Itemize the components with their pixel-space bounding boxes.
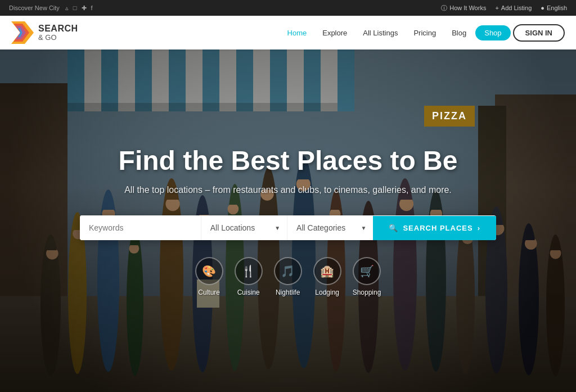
nightlife-icon: 🎵 <box>274 257 302 285</box>
add-listing-link[interactable]: + Add Listing <box>495 4 532 11</box>
hero-subtitle: All the top locations – from restaurants… <box>11 185 565 195</box>
discover-text: Discover New City <box>9 4 60 11</box>
nightlife-label: Nightlife <box>276 289 300 296</box>
lodging-icon: 🏨 <box>313 257 341 285</box>
nav-all-listings[interactable]: All Listings <box>356 25 404 40</box>
social-links: ▵ □ ✚ f <box>65 4 93 12</box>
category-culture[interactable]: 🎨 Culture <box>195 257 223 296</box>
locations-select-wrap: All Locations New York Los Angeles Chica… <box>201 215 287 240</box>
top-bar-right: ⓘ How It Works + Add Listing ● English <box>441 4 567 12</box>
hero-content: Find the Best Places to Be All the top l… <box>0 145 576 296</box>
cuisine-label: Cuisine <box>237 289 260 296</box>
nav-blog[interactable]: Blog <box>445 25 473 40</box>
top-bar-left: Discover New City ▵ □ ✚ f <box>9 4 93 12</box>
hero-title: Find the Best Places to Be <box>11 145 565 176</box>
logo-text: SEARCH & GO <box>38 24 78 42</box>
nav-pricing[interactable]: Pricing <box>407 25 443 40</box>
how-it-works-link[interactable]: ⓘ How It Works <box>441 4 486 12</box>
culture-icon: 🎨 <box>195 257 223 285</box>
vine-icon[interactable]: ▵ <box>65 4 69 12</box>
search-button[interactable]: 🔍 SEARCH PLACES › <box>373 216 496 240</box>
cuisine-icon: 🍴 <box>235 257 263 285</box>
shopping-label: Shopping <box>353 289 381 296</box>
lodging-label: Lodging <box>315 289 339 296</box>
category-nightlife[interactable]: 🎵 Nightlife <box>274 257 302 296</box>
arrow-icon: › <box>478 224 480 232</box>
keywords-input[interactable] <box>80 215 201 240</box>
pizza-sign: PIZZA <box>424 106 475 127</box>
locations-select[interactable]: All Locations New York Los Angeles Chica… <box>201 215 287 240</box>
shopping-icon: 🛒 <box>353 257 381 285</box>
categories-select[interactable]: All Categories Restaurants Hotels Clubs <box>287 215 373 240</box>
category-shopping[interactable]: 🛒 Shopping <box>353 257 381 296</box>
category-lodging[interactable]: 🏨 Lodging <box>313 257 341 296</box>
plus-icon: + <box>495 4 498 11</box>
hero-section: PIZZA Find the Best Places to Be All the… <box>0 49 576 392</box>
sign-in-button[interactable]: SIGN IN <box>513 24 565 42</box>
categories-row: 🎨 Culture 🍴 Cuisine 🎵 Nightlife 🏨 Lodgin… <box>11 257 565 296</box>
language-link[interactable]: ● English <box>541 4 567 11</box>
top-bar: Discover New City ▵ □ ✚ f ⓘ How It Works… <box>0 0 576 16</box>
categories-select-wrap: All Categories Restaurants Hotels Clubs … <box>287 215 373 240</box>
info-icon: ⓘ <box>441 4 447 12</box>
category-cuisine[interactable]: 🍴 Cuisine <box>235 257 263 296</box>
logo[interactable]: SEARCH & GO <box>11 21 78 44</box>
logo-icon <box>11 21 34 44</box>
twitter-icon[interactable]: ✚ <box>82 4 87 12</box>
main-nav: SEARCH & GO Home Explore All Listings Pr… <box>0 16 576 49</box>
nav-explore[interactable]: Explore <box>316 25 354 40</box>
search-bar: All Locations New York Los Angeles Chica… <box>80 215 496 240</box>
culture-label: Culture <box>198 289 220 296</box>
nav-links: Home Explore All Listings Pricing Blog S… <box>281 24 565 42</box>
instagram-icon[interactable]: □ <box>73 4 77 11</box>
nav-home[interactable]: Home <box>281 25 314 40</box>
facebook-icon[interactable]: f <box>91 4 93 11</box>
nav-shop[interactable]: Shop <box>475 25 510 40</box>
globe-icon: ● <box>541 4 544 11</box>
search-icon: 🔍 <box>389 224 398 232</box>
